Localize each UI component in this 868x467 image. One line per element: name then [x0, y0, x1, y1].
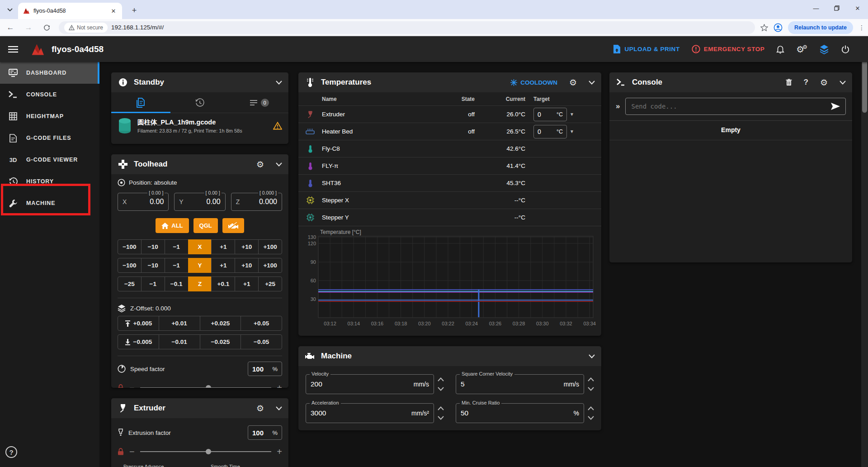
jog-button[interactable]: +1: [235, 276, 259, 291]
sidebar-item-gcode-viewer[interactable]: 3D G-CODE VIEWER: [0, 149, 99, 171]
slider-thumb[interactable]: [206, 385, 211, 388]
motors-off-button[interactable]: [222, 218, 244, 233]
stepper-down-icon[interactable]: [588, 387, 594, 391]
z-offset-button[interactable]: −0.005: [118, 334, 159, 349]
stepper-down-icon[interactable]: [438, 387, 444, 391]
extruder-collapse-chevron[interactable]: [276, 406, 282, 410]
axis-field-y[interactable]: [ 0.00 ] Y 0.00: [174, 193, 225, 211]
jog-button[interactable]: −1: [141, 276, 165, 291]
extrusion-decrease-button[interactable]: −: [129, 447, 135, 456]
machine-field-input[interactable]: Velocity200mm/s: [306, 374, 434, 394]
sidebar-item-dashboard[interactable]: DASHBOARD: [0, 62, 99, 84]
target-temp-input[interactable]: °C: [533, 108, 567, 121]
jog-axis-y[interactable]: Y: [188, 258, 212, 273]
window-restore-button[interactable]: [826, 0, 847, 16]
z-offset-button[interactable]: −0.025: [200, 334, 241, 349]
slider-thumb[interactable]: [206, 449, 211, 454]
machine-collapse-chevron[interactable]: [589, 354, 595, 358]
temps-settings-gear-icon[interactable]: ⚙: [569, 77, 577, 88]
sidebar-item-history[interactable]: HISTORY: [0, 171, 99, 192]
stepper-up-icon[interactable]: [588, 377, 594, 381]
sidebar-item-heightmap[interactable]: HEIGHTMAP: [0, 105, 99, 127]
console-input-wrap[interactable]: [625, 98, 846, 115]
console-settings-gear-icon[interactable]: ⚙: [820, 77, 828, 88]
console-expand-icon[interactable]: »: [616, 102, 620, 111]
forward-button[interactable]: →: [21, 21, 36, 34]
preset-dropdown-icon[interactable]: ▼: [570, 112, 574, 117]
jog-button[interactable]: +10: [235, 258, 259, 273]
jog-button[interactable]: −25: [118, 276, 142, 291]
stepper-up-icon[interactable]: [438, 406, 444, 410]
preset-dropdown-icon[interactable]: ▼: [570, 129, 574, 134]
jog-axis-z[interactable]: Z: [188, 276, 212, 291]
emergency-stop-button[interactable]: EMERGENCY STOP: [692, 45, 765, 53]
target-temp-input[interactable]: °C: [533, 125, 567, 138]
reload-button[interactable]: [39, 21, 54, 34]
help-button[interactable]: ?: [5, 446, 17, 458]
speed-factor-slider[interactable]: [140, 387, 272, 388]
stepper-down-icon[interactable]: [588, 416, 594, 420]
upload-and-print-button[interactable]: UPLOAD & PRINT: [613, 45, 679, 53]
jog-button[interactable]: −1: [165, 239, 189, 254]
page-scrollbar[interactable]: [861, 36, 868, 467]
jog-button[interactable]: −10: [141, 239, 165, 254]
send-icon[interactable]: [831, 103, 840, 110]
jog-button[interactable]: −0.1: [165, 276, 189, 291]
tab-history[interactable]: [170, 92, 230, 113]
relaunch-to-update-button[interactable]: Relaunch to update: [788, 21, 853, 34]
extrusion-factor-input[interactable]: 100 %: [248, 425, 282, 440]
qgl-button[interactable]: QGL: [193, 218, 218, 233]
notifications-bell-icon[interactable]: [776, 45, 784, 54]
stepper-up-icon[interactable]: [438, 377, 444, 381]
console-input[interactable]: [631, 103, 827, 110]
console-help-icon[interactable]: ?: [804, 78, 808, 87]
browser-menu-icon[interactable]: ⋮: [859, 24, 865, 31]
z-offset-button[interactable]: −0.01: [159, 334, 200, 349]
toolhead-settings-gear-icon[interactable]: ⚙: [256, 159, 264, 170]
machine-field-input[interactable]: Min. Cruise Ratio50%: [456, 403, 584, 423]
jog-button[interactable]: +1: [211, 239, 235, 254]
speed-factor-input[interactable]: 100 %: [248, 362, 282, 376]
security-chip[interactable]: Not secure: [64, 23, 108, 33]
sidebar-item-gcode-files[interactable]: G-CODE FILES: [0, 127, 99, 149]
power-icon[interactable]: [841, 45, 850, 54]
console-trash-icon[interactable]: [786, 79, 792, 86]
jog-button[interactable]: −10: [141, 258, 165, 273]
cooldown-button[interactable]: COOLDOWN: [510, 79, 557, 86]
back-button[interactable]: ←: [3, 21, 18, 34]
jog-button[interactable]: +0.1: [211, 276, 235, 291]
axis-field-z[interactable]: [ 0.000 ] Z 0.000: [231, 193, 282, 211]
browser-tab[interactable]: flyos-0a4d58 ✕: [18, 3, 122, 19]
machine-field-input[interactable]: Acceleration3000mm/s²: [306, 403, 434, 423]
extrusion-factor-slider[interactable]: [140, 451, 272, 452]
z-offset-button[interactable]: +0.025: [200, 316, 241, 331]
home-all-button[interactable]: ALL: [156, 218, 189, 233]
hamburger-menu-icon[interactable]: [8, 46, 22, 53]
jog-button[interactable]: +100: [258, 258, 282, 273]
stepper-down-icon[interactable]: [438, 416, 444, 420]
extrusion-increase-button[interactable]: +: [277, 447, 282, 456]
axis-field-x[interactable]: [ 0.00 ] X 0.00: [118, 193, 169, 211]
jog-button[interactable]: −1: [165, 258, 189, 273]
gcode-file-row[interactable]: 圆柱体_PLA_1h9m.gcode Filament: 23.83 m / 7…: [111, 113, 288, 138]
console-collapse-chevron[interactable]: [840, 81, 846, 85]
jog-axis-x[interactable]: X: [188, 239, 212, 254]
extruder-settings-gear-icon[interactable]: ⚙: [256, 403, 264, 414]
window-close-button[interactable]: ✕: [847, 0, 868, 16]
tab-queue[interactable]: 0: [229, 92, 288, 113]
new-tab-button[interactable]: +: [128, 5, 140, 16]
jog-button[interactable]: +100: [258, 239, 282, 254]
jog-button[interactable]: −100: [118, 258, 142, 273]
tab-search-button[interactable]: [4, 4, 16, 16]
z-offset-button[interactable]: +0.01: [159, 316, 200, 331]
speed-decrease-button[interactable]: −: [129, 383, 135, 388]
jog-button[interactable]: +10: [235, 239, 259, 254]
bookmark-star-icon[interactable]: [760, 24, 768, 31]
sidebar-item-console[interactable]: CONSOLE: [0, 84, 99, 105]
temps-collapse-chevron[interactable]: [589, 81, 595, 85]
sidebar-item-machine[interactable]: MACHINE: [0, 192, 99, 214]
z-offset-button[interactable]: +0.005: [118, 316, 159, 331]
address-bar[interactable]: Not secure 192.168.1.125/m/#/: [59, 21, 755, 34]
machine-field-input[interactable]: Square Corner Velocity5mm/s: [456, 374, 584, 394]
jog-button[interactable]: +1: [211, 258, 235, 273]
